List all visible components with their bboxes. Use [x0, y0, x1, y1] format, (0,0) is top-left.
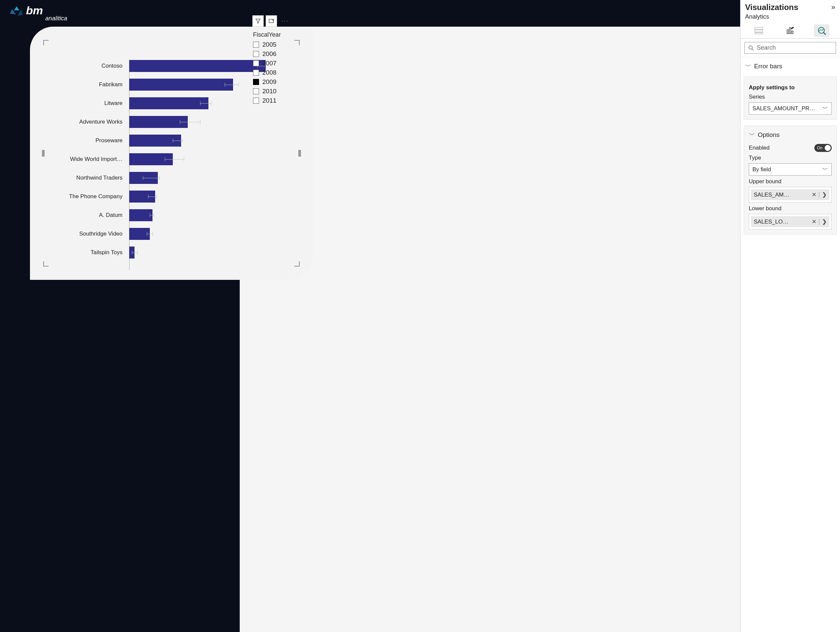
checkbox-icon[interactable]: [253, 60, 259, 66]
visual-focus-button[interactable]: [266, 15, 277, 27]
apply-settings-header: Apply settings to: [749, 84, 832, 91]
upper-bound-label: Upper bound: [749, 178, 832, 185]
bar[interactable]: [129, 209, 153, 221]
chevron-down-icon: ﹀: [745, 62, 752, 71]
chart-row: Contoso: [53, 60, 273, 72]
error-bars-section-header[interactable]: ﹀ Error bars: [741, 57, 840, 75]
chevron-down-icon: ﹀: [823, 166, 828, 173]
brand-logo: bm analitica: [9, 4, 67, 22]
checkbox-icon[interactable]: [253, 98, 259, 104]
build-tab-icon: [755, 27, 763, 34]
chart-row: Litware: [53, 97, 273, 109]
tab-format[interactable]: [782, 24, 798, 37]
remove-upper-button[interactable]: ✕: [812, 191, 816, 198]
slicer-item-2006[interactable]: 2006: [253, 50, 309, 58]
enabled-label: Enabled: [749, 144, 769, 151]
type-select[interactable]: By field ﹀: [749, 163, 832, 176]
fiscal-year-slicer[interactable]: FiscalYear 2005200620072008200920102011: [253, 31, 309, 106]
logo-icon: [9, 6, 24, 20]
series-select[interactable]: SALES_AMOUNT_PR… ﹀: [749, 102, 832, 115]
visual-more-button[interactable]: ⋯: [279, 15, 291, 27]
slicer-item-label: 2007: [262, 60, 276, 67]
checkbox-icon[interactable]: [253, 70, 259, 76]
chart-row: Tailspin Toys: [53, 247, 273, 258]
error-bars-label: Error bars: [754, 63, 782, 70]
category-label: Proseware: [53, 137, 126, 144]
chart-row: Fabrikam: [53, 79, 273, 90]
error-bar-cap: [238, 82, 239, 87]
resize-handle-tl[interactable]: [43, 40, 49, 45]
bar[interactable]: [129, 79, 233, 90]
divider: [819, 192, 819, 198]
svg-rect-3: [269, 19, 274, 23]
remove-lower-button[interactable]: ✕: [812, 218, 816, 225]
visual-filter-button[interactable]: [253, 15, 264, 27]
resize-handle-bl[interactable]: [43, 261, 49, 266]
tab-build[interactable]: [751, 24, 766, 37]
checkbox-icon[interactable]: [253, 79, 259, 85]
error-bar-cap: [173, 139, 173, 143]
upper-bound-more-button[interactable]: ❯: [822, 191, 827, 198]
upper-bound-pill[interactable]: SALES_AM… ✕ ❯: [751, 189, 829, 200]
search-input[interactable]: Search: [744, 42, 836, 54]
chart-row: Proseware: [53, 135, 273, 147]
bar-wrap: [126, 209, 273, 221]
category-label: A. Datum: [53, 212, 126, 219]
resize-handle-r[interactable]: [298, 150, 301, 157]
tab-analytics[interactable]: [814, 24, 829, 37]
bar-wrap: [126, 172, 273, 184]
lower-bound-pill[interactable]: SALES_LO… ✕ ❯: [751, 216, 829, 227]
bar-wrap: [126, 60, 273, 72]
bar[interactable]: [129, 97, 208, 109]
bar-wrap: [126, 135, 273, 147]
chevron-down-icon: ﹀: [749, 131, 755, 139]
bar-wrap: [126, 97, 273, 109]
pane-tab-row: [741, 23, 840, 39]
chart-row: Adventure Works: [53, 116, 273, 128]
options-header[interactable]: ﹀ Options: [749, 131, 832, 141]
analytics-tab-icon: [817, 26, 826, 35]
svg-rect-9: [792, 31, 793, 34]
enabled-toggle[interactable]: On: [814, 144, 832, 152]
slicer-item-2009[interactable]: 2009: [253, 78, 309, 86]
bar[interactable]: [129, 116, 188, 128]
error-bar-line: [200, 103, 211, 104]
error-bar-line: [225, 85, 238, 85]
checkbox-icon[interactable]: [253, 88, 259, 94]
checkbox-icon[interactable]: [253, 42, 259, 48]
category-label: Contoso: [53, 63, 126, 69]
error-bar-cap: [147, 232, 147, 236]
error-bar-cap: [154, 213, 154, 217]
slicer-item-2008[interactable]: 2008: [253, 69, 309, 76]
error-bar-cap: [148, 195, 148, 198]
bar[interactable]: [129, 228, 150, 240]
chart-plot-area: ContosoFabrikamLitwareAdventure WorksPro…: [53, 60, 273, 266]
resize-handle-br[interactable]: [294, 261, 300, 266]
svg-line-11: [824, 33, 826, 35]
type-label: Type: [749, 155, 832, 161]
chart-row: The Phone Company: [53, 190, 273, 203]
chart-row: Northwind Traders: [53, 172, 273, 184]
bar-wrap: [126, 116, 273, 128]
error-bar-cap: [211, 101, 212, 105]
checkbox-icon[interactable]: [253, 51, 259, 57]
report-canvas[interactable]: bm analitica ⋯ Co: [0, 0, 740, 632]
slicer-item-2011[interactable]: 2011: [253, 97, 309, 104]
slicer-item-2010[interactable]: 2010: [253, 88, 309, 95]
error-bar-cap: [225, 82, 225, 87]
resize-handle-l[interactable]: [42, 150, 44, 157]
lower-bound-well[interactable]: SALES_LO… ✕ ❯: [749, 214, 832, 230]
bar-wrap: [126, 228, 273, 240]
error-bar-line: [150, 215, 154, 215]
collapse-pane-button[interactable]: »: [831, 3, 835, 12]
svg-rect-5: [755, 30, 763, 32]
bar[interactable]: [129, 60, 266, 72]
chart-row: A. Datum: [53, 209, 273, 221]
slicer-item-2005[interactable]: 2005: [253, 41, 309, 48]
lower-bound-more-button[interactable]: ❯: [822, 218, 827, 225]
svg-rect-6: [755, 33, 763, 34]
upper-bound-well[interactable]: SALES_AM… ✕ ❯: [749, 187, 832, 203]
slicer-item-2007[interactable]: 2007: [253, 60, 309, 67]
series-select-value: SALES_AMOUNT_PR…: [752, 105, 815, 112]
error-bar-line: [180, 122, 201, 122]
